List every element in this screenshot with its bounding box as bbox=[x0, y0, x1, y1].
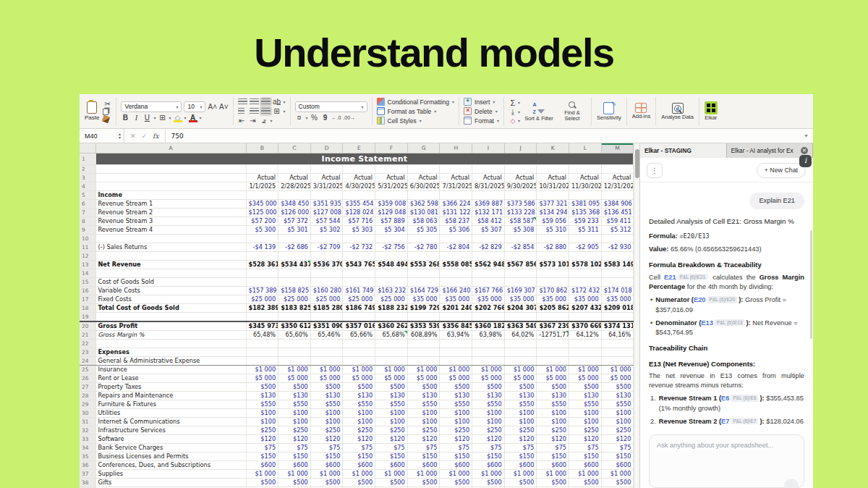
cell[interactable]: Actual bbox=[278, 174, 311, 182]
cell[interactable]: $58 237 bbox=[440, 217, 472, 226]
cell[interactable]: $373 586 bbox=[504, 200, 537, 209]
cell[interactable]: $135 368 bbox=[569, 209, 602, 217]
cell[interactable]: $600 bbox=[504, 461, 537, 470]
cell[interactable] bbox=[343, 235, 375, 243]
cell[interactable]: $500 bbox=[537, 479, 569, 487]
cell[interactable] bbox=[472, 235, 505, 243]
cell[interactable]: $5 307 bbox=[472, 226, 505, 235]
cell[interactable]: $384 906 bbox=[601, 200, 634, 209]
align-middle-icon[interactable] bbox=[250, 98, 259, 105]
sensitivity-button[interactable]: Sensitivity bbox=[594, 96, 624, 127]
cell[interactable]: Actual bbox=[310, 174, 343, 182]
delete-button[interactable]: Delete▾ bbox=[464, 107, 499, 115]
cell[interactable]: 12/31/2025 bbox=[601, 182, 634, 191]
cell[interactable] bbox=[278, 269, 311, 278]
cell[interactable] bbox=[504, 313, 537, 322]
cell[interactable]: Actual bbox=[569, 174, 602, 182]
cell[interactable]: $5 000 bbox=[537, 374, 569, 383]
cell[interactable]: Actual bbox=[504, 174, 537, 182]
font-size-select[interactable]: 10▾ bbox=[184, 101, 205, 112]
cancel-entry-icon[interactable]: ✕ bbox=[130, 132, 136, 140]
cell[interactable]: $5 000 bbox=[310, 374, 343, 383]
cell[interactable]: $150 bbox=[246, 453, 278, 461]
cell[interactable]: $5 312 bbox=[601, 226, 634, 235]
tab-elkar-staging[interactable]: Elkar - STAGING bbox=[640, 143, 727, 158]
cell[interactable]: 1/1/2025 bbox=[246, 182, 278, 191]
cell[interactable] bbox=[537, 348, 569, 357]
cell[interactable] bbox=[504, 269, 537, 278]
cell-label[interactable] bbox=[95, 252, 246, 261]
cell[interactable]: -$2 905 bbox=[569, 243, 602, 252]
cell-label[interactable]: Expenses bbox=[95, 348, 246, 357]
orientation-icon[interactable]: ⦨ bbox=[260, 117, 268, 125]
cell[interactable]: $150 bbox=[601, 453, 634, 461]
cell[interactable]: $125 000 bbox=[246, 209, 278, 217]
paste-button[interactable]: Paste bbox=[85, 101, 99, 121]
cell[interactable]: $120 bbox=[310, 435, 343, 444]
cell[interactable] bbox=[440, 235, 472, 243]
cell[interactable]: $120 bbox=[246, 435, 278, 444]
cell[interactable] bbox=[343, 348, 375, 357]
row-number-38[interactable]: 38 bbox=[80, 479, 95, 487]
cell[interactable]: $150 bbox=[472, 453, 505, 461]
cell[interactable]: $550 bbox=[504, 400, 537, 409]
underline-button[interactable]: U bbox=[142, 114, 151, 122]
increase-indent-icon[interactable]: ⇥ bbox=[249, 117, 258, 125]
cell[interactable]: -$2 804 bbox=[440, 243, 472, 252]
cell[interactable]: $127 008 bbox=[310, 209, 343, 217]
cell-label[interactable]: Revenue Stream 1 bbox=[95, 200, 246, 209]
cell[interactable]: $75 bbox=[504, 444, 537, 453]
cell[interactable] bbox=[537, 340, 569, 348]
cell-reference-link[interactable]: E21 bbox=[664, 274, 676, 281]
cell[interactable] bbox=[601, 340, 634, 348]
cell[interactable]: $500 bbox=[278, 383, 311, 392]
cell[interactable]: $150 bbox=[440, 453, 472, 461]
cell[interactable] bbox=[310, 252, 343, 261]
cell[interactable] bbox=[472, 278, 505, 287]
column-header-G[interactable]: G bbox=[407, 143, 440, 153]
cell[interactable]: $5 000 bbox=[569, 374, 602, 383]
cell[interactable]: $550 bbox=[569, 400, 602, 409]
cell[interactable]: $202 766 bbox=[472, 304, 505, 313]
cell-label[interactable]: Variable Costs bbox=[95, 287, 246, 295]
row-number-25[interactable]: 25 bbox=[80, 366, 95, 374]
cell[interactable]: $1 000 bbox=[537, 366, 569, 374]
new-chat-button[interactable]: + New Chat bbox=[757, 163, 806, 178]
cell[interactable]: $35 000 bbox=[601, 295, 634, 304]
row-number-17[interactable]: 17 bbox=[80, 295, 95, 304]
cell[interactable] bbox=[569, 191, 602, 200]
cell[interactable]: -$2 930 bbox=[601, 243, 634, 252]
cell[interactable]: $100 bbox=[601, 409, 634, 418]
cell[interactable]: $57 716 bbox=[343, 217, 375, 226]
cell[interactable]: 64,16% bbox=[601, 331, 634, 340]
cell[interactable] bbox=[407, 278, 440, 287]
cell[interactable] bbox=[278, 191, 311, 200]
addins-button[interactable]: Add-ins bbox=[629, 96, 653, 127]
cell[interactable]: $157 389 bbox=[246, 287, 278, 295]
cell[interactable]: 64,02% bbox=[504, 331, 537, 340]
cell[interactable]: $100 bbox=[310, 409, 343, 418]
cell[interactable]: $548 494 bbox=[375, 261, 408, 269]
cell[interactable]: $500 bbox=[375, 479, 408, 487]
cell[interactable]: $370 669 bbox=[569, 321, 602, 331]
cell[interactable]: $1 000 bbox=[504, 366, 537, 374]
row-number-34[interactable]: 34 bbox=[80, 444, 95, 453]
percent-style-icon[interactable]: % bbox=[310, 114, 319, 122]
cell[interactable]: $1 000 bbox=[407, 366, 440, 374]
cell[interactable]: $57 372 bbox=[278, 217, 311, 226]
cell[interactable] bbox=[375, 191, 408, 200]
cell[interactable]: $1 000 bbox=[440, 366, 472, 374]
panel-scrollbar-thumb[interactable] bbox=[810, 230, 812, 339]
cell[interactable]: $170 862 bbox=[537, 287, 569, 295]
cell[interactable]: $1 000 bbox=[569, 470, 602, 479]
fill-down-icon[interactable]: ⤓ bbox=[509, 108, 517, 117]
cell[interactable]: $100 bbox=[246, 409, 278, 418]
cell[interactable]: $500 bbox=[440, 479, 472, 487]
cell[interactable]: $35 000 bbox=[440, 295, 472, 304]
increase-font-icon[interactable]: A˄ bbox=[208, 103, 217, 111]
cell[interactable]: 65,48% bbox=[246, 331, 278, 340]
cell[interactable] bbox=[407, 313, 440, 322]
cell[interactable]: $131 122 bbox=[440, 209, 472, 217]
cell[interactable]: $35 000 bbox=[569, 295, 602, 304]
cell[interactable]: $5 304 bbox=[375, 226, 408, 235]
